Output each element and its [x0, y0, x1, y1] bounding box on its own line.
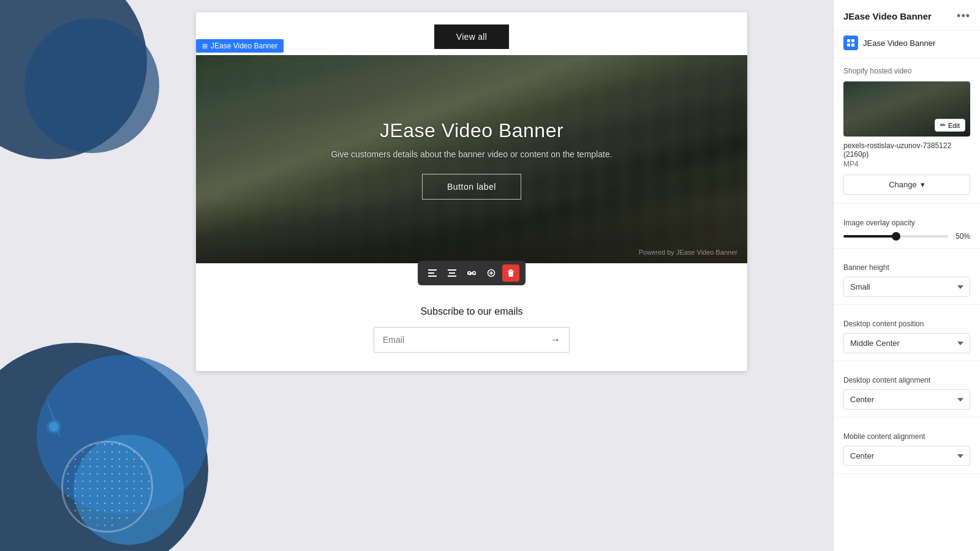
link-icon: [467, 270, 476, 276]
subscribe-section: Subscribe to our emails →: [196, 288, 747, 371]
panel-title: JEase Video Banner: [843, 11, 932, 21]
app-icon-graphic: [846, 39, 855, 47]
svg-rect-4: [449, 272, 455, 274]
canvas-area: View all ⊞ JEase Video Banner JEase Vide…: [0, 0, 833, 551]
panel-desktop-alignment-section: Desktop content alignment Center Left Ri…: [834, 361, 980, 418]
banner-toolbar: [196, 261, 747, 285]
svg-point-7: [473, 272, 476, 275]
email-input[interactable]: [374, 328, 542, 352]
svg-rect-5: [448, 276, 456, 277]
thumbnail-edit-button[interactable]: ✏ Edit: [935, 119, 965, 132]
align-left-icon: [428, 269, 437, 277]
shopify-hosted-video-label: Shopify hosted video: [843, 67, 970, 75]
mobile-alignment-select[interactable]: Center Left Right: [843, 446, 970, 466]
slider-fill: [843, 235, 896, 238]
trash-icon: [507, 269, 514, 277]
banner-section[interactable]: JEase Video Banner Give customers detail…: [196, 55, 747, 263]
align-center-icon: [448, 269, 456, 277]
edit-pencil-icon: ✏: [940, 121, 946, 129]
panel-app-icon: [843, 36, 858, 50]
slider-thumb[interactable]: [892, 232, 900, 241]
desktop-position-label: Desktop content position: [843, 320, 970, 328]
toolbar-edit-button[interactable]: [483, 264, 500, 282]
subscribe-form: →: [374, 327, 570, 353]
overlay-opacity-label: Image overlay opacity: [843, 219, 970, 227]
panel-banner-height-section: Banner height Small Medium Large Full sc…: [834, 249, 980, 305]
toolbar-link-button[interactable]: [463, 264, 480, 282]
banner-section-label[interactable]: ⊞ JEase Video Banner: [196, 39, 284, 53]
svg-rect-15: [851, 39, 854, 42]
panel-desktop-position-section: Desktop content position Middle Center T…: [834, 305, 980, 361]
subscribe-submit-button[interactable]: →: [542, 328, 569, 352]
slider-value: 50%: [953, 232, 970, 241]
chevron-down-icon: ▾: [921, 180, 925, 189]
panel-file-name: pexels-rostislav-uzunov-7385122 (2160p): [843, 141, 970, 159]
svg-rect-14: [847, 39, 850, 42]
svg-rect-1: [428, 272, 434, 274]
banner-title: JEase Video Banner: [331, 119, 612, 142]
svg-rect-3: [448, 269, 456, 271]
toolbar-container: [418, 261, 526, 285]
slider-row: 50%: [843, 232, 970, 241]
panel-header: JEase Video Banner •••: [834, 0, 980, 31]
panel-app-name: JEase Video Banner: [863, 39, 935, 48]
desktop-alignment-select[interactable]: Center Left Right: [843, 389, 970, 410]
toolbar-align-center-button[interactable]: [443, 264, 461, 282]
panel-app-row: JEase Video Banner: [834, 31, 980, 58]
edit-icon: [487, 269, 496, 277]
edit-label: Edit: [948, 122, 960, 129]
svg-rect-12: [508, 271, 514, 271]
svg-rect-16: [847, 43, 850, 47]
banner-wrapper: ⊞ JEase Video Banner JEase Video Banner …: [196, 55, 747, 285]
banner-height-label: Banner height: [843, 263, 970, 272]
subscribe-title: Subscribe to our emails: [420, 306, 522, 317]
banner-video-background: JEase Video Banner Give customers detail…: [196, 55, 747, 263]
change-label: Change: [889, 180, 917, 189]
panel-change-button[interactable]: Change ▾: [843, 174, 970, 195]
panel-mobile-alignment-section: Mobile content alignment Center Left Rig…: [834, 418, 980, 474]
opacity-slider[interactable]: [843, 235, 948, 238]
panel-more-button[interactable]: •••: [957, 10, 970, 23]
more-dots-icon: •••: [957, 10, 970, 22]
banner-content: JEase Video Banner Give customers detail…: [318, 107, 624, 212]
banner-label-text: JEase Video Banner: [211, 42, 277, 50]
svg-rect-2: [428, 276, 437, 277]
panel-thumbnail: ✏ Edit: [843, 81, 970, 137]
panel-video-section: Shopify hosted video ✏ Edit pexels-rosti…: [834, 58, 980, 204]
view-all-button[interactable]: View all: [434, 24, 509, 49]
panel-overlay-opacity-section: Image overlay opacity 50%: [834, 204, 980, 249]
svg-rect-0: [428, 269, 437, 271]
mobile-alignment-label: Mobile content alignment: [843, 432, 970, 441]
toolbar-delete-button[interactable]: [502, 264, 519, 282]
banner-height-select[interactable]: Small Medium Large Full screen: [843, 277, 970, 297]
desktop-position-select[interactable]: Middle Center Top Left Top Center Top Ri…: [843, 333, 970, 353]
canvas-wrapper: View all ⊞ JEase Video Banner JEase Vide…: [196, 12, 747, 371]
panel-file-type: MP4: [843, 160, 970, 168]
right-panel: JEase Video Banner ••• JEase Video Banne…: [833, 0, 980, 551]
banner-footer-text: Powered by JEase Video Banner: [639, 249, 737, 256]
main-layout: View all ⊞ JEase Video Banner JEase Vide…: [0, 0, 980, 551]
banner-subtitle: Give customers details about the banner …: [331, 149, 612, 159]
svg-rect-13: [510, 269, 513, 271]
toolbar-align-left-button[interactable]: [424, 264, 441, 282]
svg-rect-17: [851, 43, 854, 47]
svg-point-6: [468, 272, 471, 275]
desktop-alignment-label: Desktop content alignment: [843, 376, 970, 384]
banner-button[interactable]: Button label: [422, 174, 521, 200]
banner-label-icon: ⊞: [202, 42, 208, 50]
